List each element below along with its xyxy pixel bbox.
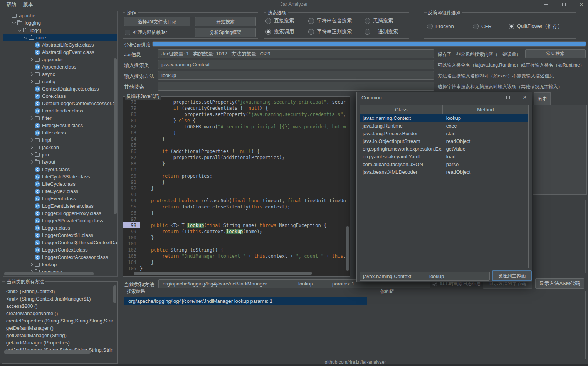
tree-item[interactable]: impl xyxy=(3,136,117,144)
search-method-input[interactable]: lookup xyxy=(158,71,434,80)
tree-item[interactable]: CErrorHandler.class xyxy=(3,107,117,114)
dialog-minimize-button[interactable] xyxy=(484,92,495,102)
start-search-button[interactable]: 开始搜索 xyxy=(195,17,256,26)
tree-item[interactable]: CAbstractLogEvent.class xyxy=(3,49,117,56)
tree-item[interactable]: CLoggerContext$ThreadContextDa xyxy=(3,239,117,246)
editor-horizontal-scrollbar[interactable] xyxy=(134,272,312,275)
method-list-item[interactable]: access$200 () xyxy=(3,302,113,310)
radio-icon[interactable] xyxy=(308,29,314,35)
dialog-table-row[interactable]: org.yaml.snakeyaml.Yamlload xyxy=(360,153,528,160)
footer-link[interactable]: github.com/4ra1n/jar-analyzer xyxy=(123,359,588,365)
chevron-right-icon[interactable] xyxy=(29,145,34,150)
tree-item[interactable]: CDefaultLoggerContextAccessor.class xyxy=(3,100,117,107)
chevron-right-icon[interactable] xyxy=(29,152,34,157)
search-option-radio[interactable]: 搜索调用 xyxy=(265,29,294,35)
tree-item[interactable]: config xyxy=(3,78,117,85)
dialog-table-row[interactable]: org.springframework.expression.Ex...getV… xyxy=(360,145,528,153)
tree-item[interactable]: lookup xyxy=(3,261,117,268)
tree-item[interactable]: log4j xyxy=(3,27,117,34)
tree-item[interactable]: core xyxy=(3,34,117,41)
show-asm-button[interactable]: 显示方法ASM代码 xyxy=(535,278,584,289)
dialog-table-row[interactable]: java.lang.Runtimeexec xyxy=(360,122,528,129)
chevron-down-icon[interactable] xyxy=(17,28,22,33)
chevron-right-icon[interactable] xyxy=(29,159,34,165)
dialog-table-row[interactable]: java.lang.ProcessBuilderstart xyxy=(360,129,528,137)
tree-item[interactable]: apache xyxy=(3,12,117,19)
tree-item[interactable]: jmx xyxy=(3,151,117,158)
chevron-right-icon[interactable] xyxy=(29,57,34,62)
tree-item[interactable]: CFilter$Result.class xyxy=(3,122,117,129)
chevron-down-icon[interactable] xyxy=(12,20,17,25)
search-class-input[interactable]: javax.naming.Context xyxy=(158,60,434,69)
dialog-close-button[interactable]: × xyxy=(519,92,530,102)
decompiler-radio[interactable]: QuiltFlower（推荐） xyxy=(509,23,563,29)
close-button[interactable]: × xyxy=(576,0,587,8)
tree-item[interactable]: layout xyxy=(3,158,117,166)
methods-vertical-scrollbar[interactable] xyxy=(113,285,116,303)
minimize-button[interactable] xyxy=(540,0,552,8)
tree-item[interactable]: CCore.class xyxy=(3,92,117,100)
search-result-item[interactable]: org/apache/logging/log4j/core/net/JndiMa… xyxy=(124,297,367,305)
maximize-button[interactable] xyxy=(558,0,570,8)
radio-icon[interactable] xyxy=(365,29,370,35)
tree-item[interactable]: CLifeCycle$State.class xyxy=(3,173,117,180)
tree-item[interactable]: CLogger$PrivateConfig.class xyxy=(3,217,117,224)
radio-icon[interactable] xyxy=(473,24,479,29)
decompiler-radio[interactable]: CFR xyxy=(473,23,492,29)
tree-item[interactable]: CLoggerContext$1.class xyxy=(3,232,117,239)
tree-item[interactable]: CLogger.class xyxy=(3,224,117,232)
tree-item[interactable]: CLoggerContextAccessor.class xyxy=(3,254,117,261)
method-list-item[interactable]: getDefaultManager (String) xyxy=(3,332,113,339)
dialog-column-method[interactable]: Method xyxy=(443,107,528,112)
tree-item[interactable]: CLayout.class xyxy=(3,166,117,173)
radio-icon[interactable] xyxy=(509,24,514,29)
decompiled-code-editor[interactable]: 78 properties.setProperty("java.naming.s… xyxy=(123,96,350,277)
other-search-input[interactable] xyxy=(158,82,434,91)
dialog-table-row[interactable]: com.alibaba.fastjson.JSONparse xyxy=(360,160,528,168)
tree-item[interactable]: CLifeCycle2.class xyxy=(3,188,117,195)
chevron-right-icon[interactable] xyxy=(29,79,34,84)
chevron-right-icon[interactable] xyxy=(29,72,34,77)
dialog-maximize-button[interactable] xyxy=(502,92,513,102)
tree-item[interactable]: CAppender.class xyxy=(3,63,117,71)
analyze-spring-button[interactable]: 分析Spring框架 xyxy=(195,28,256,37)
tree-item[interactable]: jackson xyxy=(3,144,117,151)
dialog-column-class[interactable]: Class xyxy=(360,105,443,114)
tree-item[interactable]: CLogger$LoggerProxy.class xyxy=(3,210,117,217)
chevron-down-icon[interactable] xyxy=(23,35,28,40)
tree-vertical-scrollbar[interactable] xyxy=(114,58,117,214)
inner-jar-checkbox[interactable]: 处理内部依赖Jar xyxy=(125,29,167,35)
tree-item[interactable]: CLifeCycle.class xyxy=(3,180,117,188)
radio-icon[interactable] xyxy=(365,18,370,24)
tree-item[interactable]: CAbstractLifeCycle.class xyxy=(3,41,117,49)
dialog-table-row[interactable]: java.io.ObjectInputStreamreadObject xyxy=(360,137,528,145)
select-jar-button[interactable]: 选择Jar文件或目录 xyxy=(124,17,190,26)
common-search-button[interactable]: 常见搜索 xyxy=(525,49,586,58)
tree-item[interactable]: appender xyxy=(3,56,117,63)
tab-history[interactable]: 历史 xyxy=(534,92,551,105)
method-list-item[interactable]: <init> (String,Context,JndiManager$1) xyxy=(3,295,113,302)
radio-icon[interactable] xyxy=(308,18,314,24)
method-list-item[interactable]: createManagerName () xyxy=(3,310,113,317)
method-list-item[interactable]: createProperties (String,String,String,S… xyxy=(3,317,113,324)
chevron-right-icon[interactable] xyxy=(29,116,34,121)
tree-item[interactable]: CContextDataInjector.class xyxy=(3,85,117,92)
tree-item[interactable]: CFilter.class xyxy=(3,129,117,136)
search-option-radio[interactable]: 直接搜索 xyxy=(265,18,294,24)
tree-horizontal-scrollbar[interactable] xyxy=(4,272,94,275)
method-list-item[interactable]: getDefaultManager () xyxy=(3,324,113,332)
send-to-main-button[interactable]: 发送到主界面 xyxy=(492,270,532,281)
tree-item[interactable]: async xyxy=(3,71,117,78)
search-option-radio[interactable]: 无脑搜索 xyxy=(365,18,393,24)
dialog-table-row[interactable]: java.beans.XMLDecoderreadObject xyxy=(360,168,528,176)
method-list-item[interactable]: getJndiManager (Properties) xyxy=(3,339,113,346)
tree-item[interactable]: CLoggerContext.class xyxy=(3,246,117,254)
search-option-radio[interactable]: 二进制搜索 xyxy=(365,29,398,35)
dialog-table-row[interactable]: javax.naming.Contextlookup xyxy=(360,114,528,122)
tree-item[interactable]: logging xyxy=(3,19,117,27)
decompiler-radio[interactable]: Procyon xyxy=(427,23,454,29)
chevron-right-icon[interactable] xyxy=(29,262,34,267)
methods-horizontal-scrollbar[interactable] xyxy=(4,350,91,354)
search-option-radio[interactable]: 字符串正则搜索 xyxy=(308,29,352,35)
chevron-right-icon[interactable] xyxy=(29,138,34,143)
